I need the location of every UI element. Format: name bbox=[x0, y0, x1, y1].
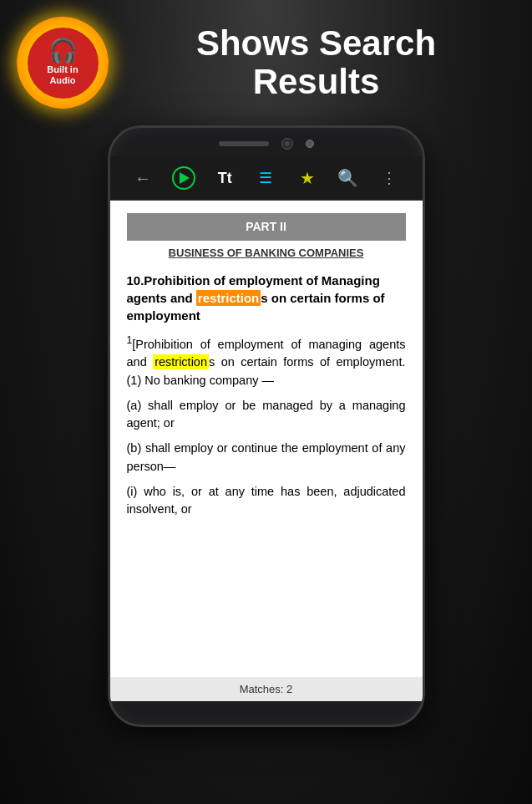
para-b: (b) shall employ or continue the employm… bbox=[127, 440, 406, 476]
text-size-button[interactable]: Tt bbox=[211, 165, 238, 191]
phone-body: ← Tt ☰ ★ 🔍 ⋮ bbox=[108, 125, 425, 727]
toc-button[interactable]: ☰ bbox=[252, 165, 279, 191]
audio-badge: 🎧 Built in Audio bbox=[17, 17, 109, 109]
badge-text: Built in Audio bbox=[47, 64, 78, 86]
document-content: PART II BUSINESS OF BANKING COMPANIES 10… bbox=[110, 201, 423, 701]
part-header: PART II bbox=[127, 213, 406, 241]
toc-icon: ☰ bbox=[259, 169, 272, 187]
paragraph-1: 1[Prohibition of employment of managing … bbox=[127, 333, 406, 390]
text-size-icon: Tt bbox=[218, 170, 232, 187]
more-button[interactable]: ⋮ bbox=[376, 165, 403, 191]
para-i: (i) who is, or at any time has been, adj… bbox=[127, 483, 406, 520]
toolbar: ← Tt ☰ ★ 🔍 ⋮ bbox=[110, 156, 423, 201]
phone-speaker bbox=[219, 141, 269, 146]
phone-camera bbox=[281, 138, 293, 150]
back-icon: ← bbox=[134, 169, 151, 188]
back-button[interactable]: ← bbox=[129, 165, 156, 191]
highlight-yellow-1: restriction bbox=[153, 354, 209, 369]
play-icon bbox=[172, 166, 195, 190]
phone-sensor bbox=[306, 140, 314, 148]
para-a: (a) shall employ or be managed by a mana… bbox=[127, 397, 406, 434]
doc-heading: 10.Prohibition of employment of Managing… bbox=[127, 272, 406, 324]
play-button[interactable] bbox=[170, 165, 197, 191]
phone-top-bar bbox=[110, 128, 423, 156]
doc-subtitle: BUSINESS OF BANKING COMPANIES bbox=[127, 245, 406, 262]
main-title: Shows Search Results bbox=[125, 24, 507, 101]
bookmark-icon: ★ bbox=[300, 168, 315, 188]
matches-bar: Matches: 2 bbox=[110, 677, 423, 702]
more-icon: ⋮ bbox=[382, 169, 397, 187]
search-icon: 🔍 bbox=[337, 168, 358, 188]
phone-wrapper: ← Tt ☰ ★ 🔍 ⋮ bbox=[0, 125, 532, 727]
bookmark-button[interactable]: ★ bbox=[294, 165, 321, 191]
header-area: 🎧 Built in Audio Shows Search Results bbox=[0, 0, 532, 117]
highlight-orange-1: restriction bbox=[196, 290, 261, 306]
headphone-icon: 🎧 bbox=[48, 39, 78, 63]
search-button[interactable]: 🔍 bbox=[335, 165, 362, 191]
